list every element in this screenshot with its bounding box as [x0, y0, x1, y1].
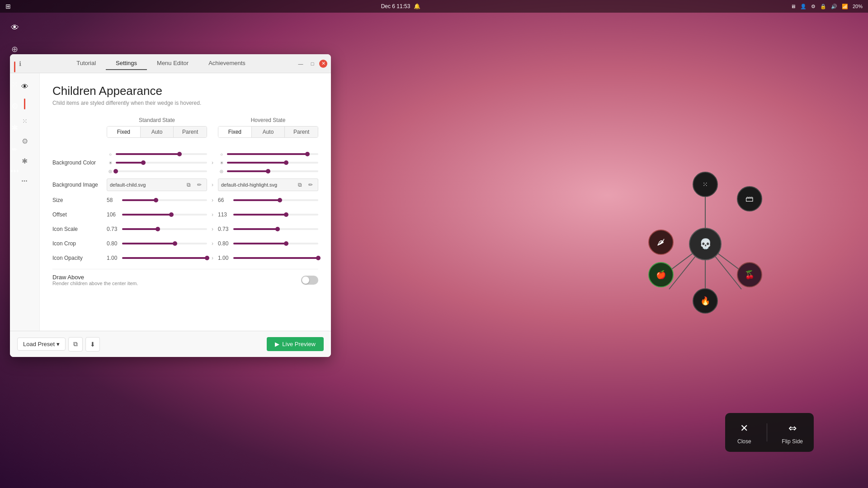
size-left: 58 — [107, 197, 207, 203]
bg-image-input-right[interactable]: default-child-highlight.svg ⧉ ✏ — [218, 178, 318, 191]
icon-scale-slider-right[interactable] — [233, 228, 318, 230]
topbar-datetime: Dec 6 11:53 🔔 — [381, 3, 421, 9]
icon-opacity-row: Icon Opacity 1.00 › 1.00 — [52, 253, 318, 263]
bg-image-text-left: default-child.svg — [110, 182, 182, 188]
sun-icon-left: ☀ — [107, 159, 114, 166]
icon-crop-arrow[interactable]: › — [207, 240, 218, 247]
size-right: 66 — [218, 197, 318, 203]
bg-image-edit-btn-left[interactable]: ✏ — [195, 180, 204, 189]
bg-color-right: ○ ☀ — [218, 150, 318, 175]
slider-row-r-left: ○ — [107, 150, 207, 158]
bg-image-right: default-child-highlight.svg ⧉ ✏ — [218, 178, 318, 191]
bg-image-arrow[interactable]: › — [207, 182, 218, 188]
tab-settings[interactable]: Settings — [106, 57, 147, 70]
close-panel-button[interactable]: ✕ Close — [736, 420, 752, 445]
dialog-footer: Load Preset ▾ ⧉ ⬇ ▶ Live Preview — [10, 331, 331, 357]
standard-tab-auto[interactable]: Auto — [141, 127, 174, 137]
offset-arrow[interactable]: › — [207, 211, 218, 218]
bottom-panel: ✕ Close ⇔ Flip Side — [725, 413, 814, 452]
sidebar-icon-dots[interactable]: ⁙ — [5, 75, 24, 94]
menu-item-topright[interactable]: 🗃 — [737, 186, 762, 211]
footer-left: Load Preset ▾ ⧉ ⬇ — [17, 337, 100, 352]
standard-state-tabs: Fixed Auto Parent — [107, 126, 207, 138]
menu-item-left[interactable]: 🌶 — [648, 230, 674, 255]
standard-tab-parent[interactable]: Parent — [174, 127, 207, 137]
size-label: Size — [52, 197, 107, 203]
left-sidebar: 👁 ⊕ ⁙ ⚙ ✱ ✒ ••• — [0, 13, 29, 488]
close-icon: ✕ — [736, 420, 752, 436]
icon-scale-arrow[interactable]: › — [207, 226, 218, 232]
size-arrow[interactable]: › — [207, 197, 218, 203]
bg-image-copy-btn-left[interactable]: ⧉ — [184, 180, 193, 189]
offset-label: Offset — [52, 211, 107, 218]
slider-bg-b-right[interactable] — [227, 170, 318, 172]
offset-val-right: 113 — [218, 211, 231, 218]
offset-slider-left[interactable] — [122, 214, 207, 216]
size-slider-right[interactable] — [233, 199, 318, 201]
close-button[interactable]: ✕ — [319, 60, 327, 68]
icon-crop-right: 0.80 — [218, 240, 318, 247]
draw-above-sublabel: Render children above the center item. — [52, 281, 138, 286]
icon-crop-row: Icon Crop 0.80 › 0.80 — [52, 238, 318, 249]
slider-bg-r-left[interactable] — [116, 153, 207, 155]
icon-opacity-slider-left[interactable] — [122, 257, 207, 259]
slider-bg-r-right[interactable] — [227, 153, 318, 155]
bg-image-copy-btn-right[interactable]: ⧉ — [295, 180, 304, 189]
slider-row-b-left: ◎ — [107, 168, 207, 175]
offset-slider-right[interactable] — [233, 214, 318, 216]
icon-opacity-val-left: 1.00 — [107, 255, 119, 261]
eye-icon-right: ◎ — [218, 168, 225, 175]
menu-item-bottomleft[interactable]: 🍎 — [648, 262, 674, 287]
sidebar-icon-star[interactable]: ✱ — [5, 118, 24, 137]
standard-state-label: Standard State — [107, 117, 207, 123]
hovered-tab-parent[interactable]: Parent — [285, 127, 318, 137]
bg-image-edit-btn-right[interactable]: ✏ — [306, 180, 315, 189]
icon-scale-val-left: 0.73 — [107, 226, 119, 232]
topbar-icon-2: 👤 — [800, 4, 807, 9]
slider-bg-g-left[interactable] — [116, 162, 207, 164]
icon-scale-row: Icon Scale 0.73 › 0.73 — [52, 224, 318, 235]
icon-crop-slider-left[interactable] — [122, 243, 207, 244]
maximize-button[interactable]: □ — [307, 59, 317, 69]
bg-image-input-left[interactable]: default-child.svg ⧉ ✏ — [107, 178, 207, 191]
sidebar-divider — [14, 61, 15, 72]
icon-crop-slider-right[interactable] — [233, 243, 318, 244]
hovered-tab-fixed[interactable]: Fixed — [218, 127, 252, 137]
icon-scale-slider-left[interactable] — [122, 228, 207, 230]
icon-crop-label: Icon Crop — [52, 240, 107, 247]
tab-tutorial[interactable]: Tutorial — [66, 57, 106, 70]
menu-item-bottom[interactable]: 🔥 — [693, 288, 718, 314]
tab-menu-editor[interactable]: Menu Editor — [147, 57, 198, 70]
flip-side-button[interactable]: ⇔ Flip Side — [782, 420, 803, 445]
live-preview-button[interactable]: ▶ Live Preview — [267, 337, 324, 351]
eye-icon-left: ◎ — [107, 168, 114, 175]
menu-item-top[interactable]: ⁙ — [693, 172, 718, 197]
sidebar-icon-pen[interactable]: ✒ — [5, 140, 24, 159]
sidebar-icon-more[interactable]: ••• — [5, 162, 24, 181]
topbar: ⊞ Dec 6 11:53 🔔 🖥 👤 ⚙ 🔒 🔊 📶 20% — [0, 0, 868, 13]
footer-save-button[interactable]: ⧉ — [68, 337, 83, 352]
slider-bg-b-left[interactable] — [116, 170, 207, 172]
minimize-button[interactable]: — — [296, 59, 306, 69]
icon-opacity-slider-right[interactable] — [233, 257, 318, 259]
bg-color-arrow[interactable]: › — [207, 160, 218, 166]
icon-crop-left: 0.80 — [107, 240, 207, 247]
radial-menu: ⁙ 💀 🗃 🍒 🔥 🍎 🌶 — [642, 172, 769, 316]
tab-achievements[interactable]: Achievements — [198, 57, 255, 70]
icon-scale-left: 0.73 — [107, 226, 207, 232]
hovered-tab-auto[interactable]: Auto — [252, 127, 285, 137]
footer-export-button[interactable]: ⬇ — [85, 337, 100, 352]
bg-image-text-right: default-child-highlight.svg — [221, 182, 293, 188]
standard-tab-fixed[interactable]: Fixed — [107, 127, 141, 137]
menu-item-bottomright[interactable]: 🍒 — [737, 262, 762, 287]
bg-color-sliders-left: ○ ☀ — [107, 150, 207, 175]
menu-item-center[interactable]: 💀 — [689, 228, 722, 260]
topbar-icon-1: 🖥 — [791, 4, 796, 9]
size-slider-left[interactable] — [122, 199, 207, 201]
sidebar-icon-eye[interactable]: 👁 — [5, 18, 24, 37]
slider-bg-g-right[interactable] — [227, 162, 318, 164]
topbar-left: ⊞ — [5, 3, 11, 10]
draw-above-toggle[interactable] — [301, 276, 318, 285]
sidebar-icon-plus[interactable]: ⊕ — [5, 40, 24, 59]
sidebar-icon-gear[interactable]: ⚙ — [5, 97, 24, 116]
